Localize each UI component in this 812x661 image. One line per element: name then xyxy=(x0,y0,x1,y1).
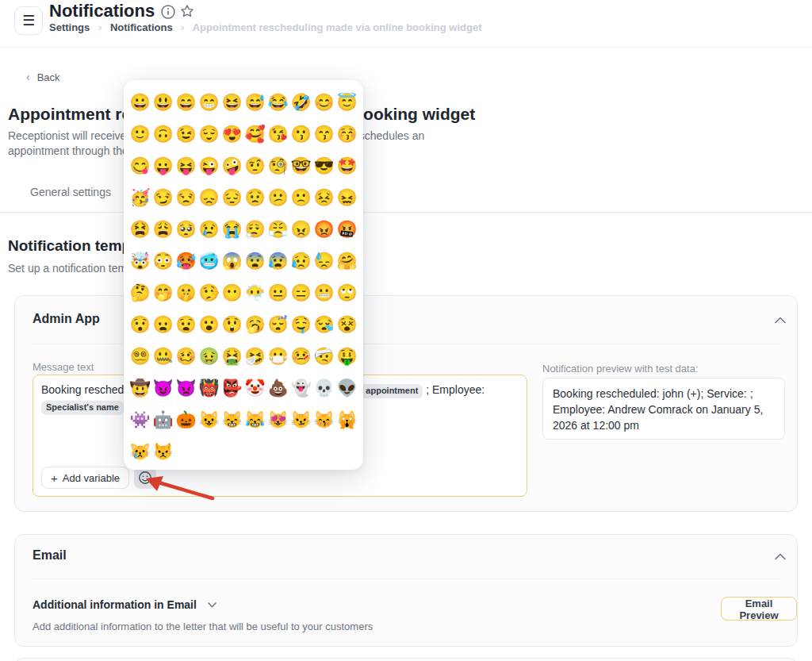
emoji[interactable]: 😜 xyxy=(197,149,220,181)
emoji[interactable]: 🤮 xyxy=(220,340,243,371)
breadcrumb-item-settings[interactable]: Settings xyxy=(49,21,90,33)
hamburger-menu-button[interactable]: ☰ xyxy=(14,6,43,35)
emoji[interactable]: 😵 xyxy=(335,308,358,340)
emoji[interactable]: 😍 xyxy=(220,117,243,149)
emoji[interactable]: 😣 xyxy=(312,181,335,213)
emoji[interactable]: 😵‍💫 xyxy=(128,340,151,371)
emoji[interactable]: 👻 xyxy=(289,371,312,403)
emoji[interactable]: 😐 xyxy=(266,276,289,308)
emoji[interactable]: 🥳 xyxy=(128,181,151,213)
emoji[interactable]: 😔 xyxy=(220,181,243,213)
emoji[interactable]: 🤡 xyxy=(243,371,266,403)
star-icon[interactable] xyxy=(179,3,195,19)
emoji[interactable]: 🙂 xyxy=(128,117,151,149)
emoji[interactable]: 🤐 xyxy=(151,340,174,371)
tab-general-settings[interactable]: General settings xyxy=(30,186,111,198)
chevron-up-icon[interactable] xyxy=(775,317,786,324)
emoji[interactable]: 😯 xyxy=(128,308,151,340)
emoji[interactable]: 😰 xyxy=(266,244,289,276)
emoji[interactable]: 😹 xyxy=(243,403,266,435)
emoji[interactable]: 😩 xyxy=(151,213,174,244)
emoji[interactable]: 🤬 xyxy=(335,213,358,244)
emoji[interactable]: 🤫 xyxy=(174,276,197,308)
emoji[interactable]: 😶‍🌫️ xyxy=(243,276,266,308)
emoji[interactable]: 😨 xyxy=(243,244,266,276)
back-button[interactable]: ‹Back xyxy=(26,71,60,83)
emoji[interactable]: 🥺 xyxy=(174,213,197,244)
emoji[interactable]: 👿 xyxy=(174,371,197,403)
emoji[interactable]: 😦 xyxy=(151,308,174,340)
emoji[interactable]: 😏 xyxy=(151,181,174,213)
emoji[interactable]: 🤪 xyxy=(220,149,243,181)
variable-chip[interactable]: Specialist's name xyxy=(41,401,124,415)
emoji[interactable]: 😺 xyxy=(197,403,220,435)
emoji[interactable]: 🤯 xyxy=(128,244,151,276)
emoji[interactable]: 😉 xyxy=(174,117,197,149)
breadcrumb-item-notifications[interactable]: Notifications xyxy=(110,21,173,33)
emoji[interactable]: 😪 xyxy=(312,308,335,340)
emoji[interactable]: 😎 xyxy=(312,149,335,181)
emoji[interactable]: 🤔 xyxy=(128,276,151,308)
emoji[interactable]: 🥶 xyxy=(197,244,220,276)
emoji[interactable]: 🤖 xyxy=(151,403,174,435)
emoji[interactable]: 🥰 xyxy=(243,117,266,149)
emoji[interactable]: 🙃 xyxy=(151,117,174,149)
emoji[interactable]: 🥵 xyxy=(174,244,197,276)
emoji[interactable]: 🤒 xyxy=(289,340,312,371)
emoji[interactable]: 😇 xyxy=(335,86,358,117)
additional-info-title[interactable]: Additional information in Email xyxy=(33,598,216,611)
emoji[interactable]: 😳 xyxy=(151,244,174,276)
emoji[interactable]: 👽 xyxy=(335,371,358,403)
emoji[interactable]: 😮 xyxy=(197,308,220,340)
emoji[interactable]: 😠 xyxy=(289,213,312,244)
emoji[interactable]: 😈 xyxy=(151,371,174,403)
emoji[interactable]: 🤓 xyxy=(289,149,312,181)
emoji[interactable]: 😝 xyxy=(174,149,197,181)
emoji[interactable]: 😤 xyxy=(266,213,289,244)
emoji[interactable]: 🤨 xyxy=(243,149,266,181)
emoji[interactable]: 😃 xyxy=(151,86,174,117)
add-variable-button[interactable]: + Add variable xyxy=(41,467,129,489)
email-preview-button[interactable]: Email Preview xyxy=(721,597,797,621)
emoji[interactable]: 😭 xyxy=(220,213,243,244)
emoji[interactable]: 😗 xyxy=(289,117,312,149)
emoji[interactable]: 😋 xyxy=(128,149,151,181)
emoji[interactable]: 😽 xyxy=(312,403,335,435)
emoji[interactable]: 😚 xyxy=(335,117,358,149)
info-icon[interactable] xyxy=(161,5,175,19)
emoji[interactable]: 🤕 xyxy=(312,340,335,371)
emoji[interactable]: 😂 xyxy=(266,86,289,117)
emoji[interactable]: 😼 xyxy=(289,403,312,435)
emoji[interactable]: 😟 xyxy=(243,181,266,213)
emoji[interactable]: 😬 xyxy=(312,276,335,308)
emoji[interactable]: 😫 xyxy=(128,213,151,244)
emoji[interactable]: 😧 xyxy=(174,308,197,340)
emoji[interactable]: 😢 xyxy=(197,213,220,244)
emoji[interactable]: 🤠 xyxy=(128,371,151,403)
emoji[interactable]: 🙀 xyxy=(335,403,358,435)
emoji[interactable]: 😌 xyxy=(197,117,220,149)
emoji[interactable]: 😓 xyxy=(312,244,335,276)
emoji[interactable]: 🤣 xyxy=(289,86,312,117)
emoji[interactable]: 😿 xyxy=(128,435,151,467)
emoji[interactable]: 😘 xyxy=(266,117,289,149)
emoji[interactable]: 😷 xyxy=(266,340,289,371)
emoji[interactable]: 🤗 xyxy=(335,244,358,276)
emoji[interactable]: 🤑 xyxy=(335,340,358,371)
emoji[interactable]: 😆 xyxy=(220,86,243,117)
emoji[interactable]: 💀 xyxy=(312,371,335,403)
emoji[interactable]: 😮‍💨 xyxy=(243,213,266,244)
emoji[interactable]: 🤭 xyxy=(151,276,174,308)
emoji[interactable]: 😥 xyxy=(289,244,312,276)
emoji[interactable]: 😑 xyxy=(289,276,312,308)
emoji[interactable]: 😕 xyxy=(266,181,289,213)
emoji[interactable]: 🥱 xyxy=(243,308,266,340)
emoji[interactable]: 👾 xyxy=(128,403,151,435)
emoji[interactable]: 😻 xyxy=(266,403,289,435)
emoji[interactable]: 🧐 xyxy=(266,149,289,181)
emoji[interactable]: 💩 xyxy=(266,371,289,403)
emoji[interactable]: 👺 xyxy=(220,371,243,403)
emoji[interactable]: 😸 xyxy=(220,403,243,435)
emoji[interactable]: 🙁 xyxy=(289,181,312,213)
emoji[interactable]: 😾 xyxy=(151,435,174,467)
